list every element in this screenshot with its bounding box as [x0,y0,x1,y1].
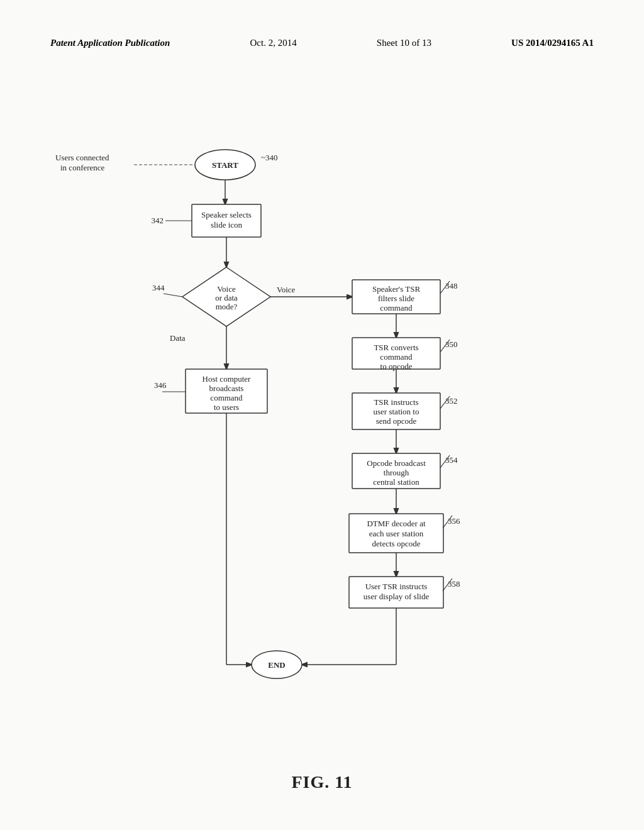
id-346: 346 [154,380,167,390]
id-348: 348 [445,281,458,290]
node-356-text1: DTMF decoder at [367,519,426,528]
node-346-text1: Host computer [203,374,252,384]
node-348-text2: filters slide [378,294,414,303]
node-352-text2: user station to [374,407,419,416]
node-342-text2: slide icon [211,220,243,230]
data-branch-label: Data [170,333,186,343]
node-350-text2: command [380,352,413,362]
node-346-text3: command [210,393,243,402]
voice-branch-label: Voice [277,285,296,294]
id-352: 352 [445,396,458,406]
id-356: 356 [448,516,460,526]
id-344: 344 [152,283,165,292]
node-354-text3: central station [373,477,419,487]
node-354-text1: Opcode broadcast [367,458,426,468]
node-342-text1: Speaker selects [201,210,252,219]
node-344-text1: Voice [217,284,236,294]
start-label: START [212,160,238,170]
id-354: 354 [445,455,458,465]
node-352-text3: send opcode [376,416,417,426]
id-358: 358 [448,579,460,589]
users-connected-label2: in conference [60,163,105,172]
node-358-text2: user display of slide [364,592,430,601]
node-356-text3: detects opcode [372,539,421,548]
header-patent: US 2014/0294165 A1 [511,38,594,48]
figure-label: FIG. 11 [291,772,352,792]
end-label: END [268,660,285,670]
node-348-text1: Speaker's TSR [372,284,420,294]
node-346-text4: to users [214,402,239,412]
header-left: Patent Application Publication [50,38,170,48]
users-connected-label: Users connected [55,153,109,162]
node-344-text3: mode? [216,302,238,311]
header-center: Oct. 2, 2014 [250,38,296,48]
node-352-text1: TSR instructs [374,397,418,407]
svg-line-4 [164,294,182,297]
node-354-text2: through [384,468,409,477]
node-348-text3: command [380,303,413,313]
node-346-text2: broadcasts [209,384,244,393]
flowchart-svg: text { font-family: 'Times New Roman', T… [0,67,644,790]
id-340: ~340 [261,153,278,162]
page-header: Patent Application Publication Oct. 2, 2… [0,0,644,61]
node-350-text1: TSR converts [374,343,418,352]
node-344-text2: or data [215,293,238,302]
node-356-text2: each user station [369,529,424,538]
node-358-text1: User TSR instructs [365,582,428,591]
header-sheet: Sheet 10 of 13 [377,38,431,48]
id-350: 350 [445,340,458,349]
id-342: 342 [152,216,164,225]
diagram-area: text { font-family: 'Times New Roman', T… [0,67,644,790]
patent-page: Patent Application Publication Oct. 2, 2… [0,0,644,830]
